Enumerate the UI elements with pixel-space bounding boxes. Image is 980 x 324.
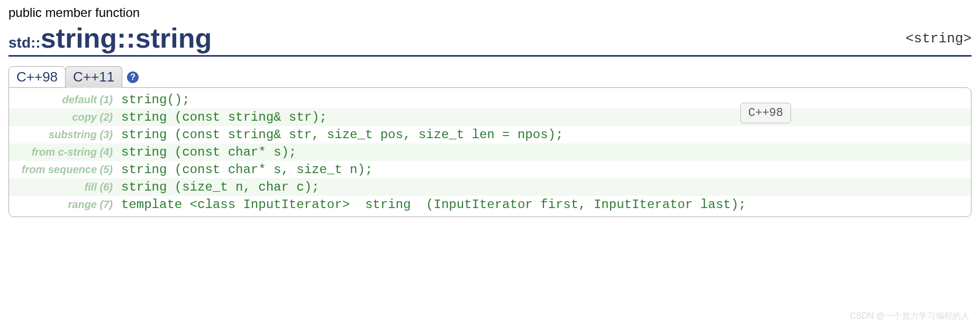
tab-container: C++98 C++11 ? C++98 default (1) string()… xyxy=(8,66,972,217)
decl-code: string (const char* s, size_t n); xyxy=(121,163,373,177)
decl-label: range (7) xyxy=(15,199,121,211)
help-icon[interactable]: ? xyxy=(127,71,139,83)
tab-cpp98[interactable]: C++98 xyxy=(8,66,66,88)
decl-label: default (1) xyxy=(15,94,121,106)
decl-code: string (size_t n, char c); xyxy=(121,180,319,194)
decl-code: string(); xyxy=(121,93,190,107)
declarations-box: C++98 default (1) string(); copy (2) str… xyxy=(8,87,972,217)
title-sep: :: xyxy=(117,23,135,53)
decl-row-range: range (7) template <class InputIterator>… xyxy=(9,196,971,213)
decl-row-fill: fill (6) string (size_t n, char c); xyxy=(9,178,971,196)
decl-row-from-c-string: from c-string (4) string (const char* s)… xyxy=(9,143,971,161)
decl-label: copy (2) xyxy=(15,111,121,123)
page-title: std::string::string xyxy=(8,24,212,52)
decl-row-default: default (1) string(); xyxy=(9,91,971,109)
title-namespace: std:: xyxy=(8,34,41,51)
page-subtitle: public member function xyxy=(8,5,972,20)
decl-row-from-sequence: from sequence (5) string (const char* s,… xyxy=(9,161,971,178)
title-member: string xyxy=(135,23,212,53)
decl-label: from c-string (4) xyxy=(15,146,121,158)
decl-code: string (const string& str, size_t pos, s… xyxy=(121,128,563,142)
decl-row-copy: copy (2) string (const string& str); xyxy=(9,109,971,126)
header-row: std::string::string <string> xyxy=(8,24,972,57)
decl-code: string (const string& str); xyxy=(121,110,327,124)
decl-code: template <class InputIterator> string (I… xyxy=(121,197,746,212)
decl-label: substring (3) xyxy=(15,129,121,141)
decl-label: from sequence (5) xyxy=(15,164,121,176)
title-class[interactable]: string xyxy=(41,23,117,53)
tooltip-cpp98: C++98 xyxy=(740,103,791,123)
tab-row: C++98 C++11 ? xyxy=(8,66,972,88)
decl-label: fill (6) xyxy=(15,181,121,193)
tab-cpp11[interactable]: C++11 xyxy=(65,66,122,88)
header-include[interactable]: <string> xyxy=(905,31,972,52)
decl-code: string (const char* s); xyxy=(121,145,296,159)
decl-row-substring: substring (3) string (const string& str,… xyxy=(9,126,971,143)
